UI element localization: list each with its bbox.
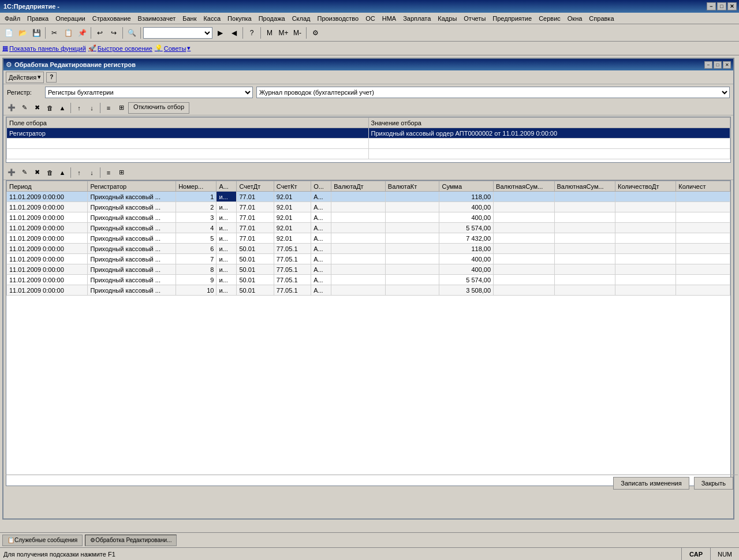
close-button[interactable]: ✕ (727, 2, 737, 10)
filter-edit-button[interactable]: ✎ (18, 102, 30, 114)
menu-insurance[interactable]: Страхование (89, 14, 135, 23)
minimize-button[interactable]: − (707, 2, 716, 10)
filter-delete-button[interactable]: ✖ (31, 102, 43, 114)
table-row[interactable]: 11.01.2009 0:00:00Приходный кассовый ...… (7, 212, 730, 223)
cell-valkt (385, 223, 439, 233)
menu-production[interactable]: Производство (313, 14, 362, 23)
menu-salary[interactable]: Зарплата (400, 14, 434, 23)
menu-bank[interactable]: Банк (179, 14, 200, 23)
filter-view-button[interactable]: ⊞ (115, 102, 127, 114)
task-item-processing[interactable]: ⚙ Обработка Редактировани... (85, 535, 177, 546)
register-combo[interactable]: Регистры бухгалтерии (45, 87, 253, 98)
actions-dropdown[interactable]: Действия ▾ (6, 72, 44, 83)
cell-a: и... (217, 264, 237, 275)
child-title-buttons: − □ ✕ (704, 61, 731, 69)
data-up-button[interactable]: ▲ (57, 167, 68, 178)
table-row[interactable]: 11.01.2009 0:00:00Приходный кассовый ...… (7, 233, 730, 244)
table-row[interactable]: 11.01.2009 0:00:00Приходный кассовый ...… (7, 244, 730, 254)
data-add-button[interactable]: ➕ (6, 167, 17, 178)
show-panel-link[interactable]: ▦ Показать панель функций (2, 44, 86, 52)
menu-operations[interactable]: Операции (52, 14, 88, 23)
data-view-button[interactable]: ⊞ (115, 167, 127, 178)
child-window-title: Обработка Редактирование регистров (14, 61, 136, 68)
prev-button[interactable]: ◀ (227, 27, 240, 39)
menu-os[interactable]: ОС (362, 14, 379, 23)
cell-o: А... (311, 264, 331, 275)
table-row[interactable]: 11.01.2009 0:00:00Приходный кассовый ...… (7, 264, 730, 275)
table-row[interactable]: 11.01.2009 0:00:00Приходный кассовый ...… (7, 275, 730, 285)
cell-period: 11.01.2009 0:00:00 (7, 275, 88, 285)
maximize-button[interactable]: □ (717, 2, 726, 10)
cell-o: А... (311, 202, 331, 212)
menu-cashdesk[interactable]: Касса (200, 14, 224, 23)
help-toolbar-button[interactable]: ? (245, 27, 258, 39)
child-minimize-button[interactable]: − (704, 61, 712, 69)
table-row[interactable]: 11.01.2009 0:00:00Приходный кассовый ...… (7, 202, 730, 212)
table-row[interactable]: 11.01.2009 0:00:00Приходный кассовый ...… (7, 254, 730, 264)
cut-button[interactable]: ✂ (48, 27, 61, 39)
menu-nma[interactable]: НМА (379, 14, 400, 23)
tips-link[interactable]: 💡 Советы ▾ (155, 44, 191, 52)
bookmark3-button[interactable]: M- (291, 27, 304, 39)
child-maximize-button[interactable]: □ (714, 61, 722, 69)
filter-group-button[interactable]: ≡ (103, 102, 114, 114)
filter-add-button[interactable]: ➕ (6, 102, 17, 114)
cell-vs2 (554, 223, 615, 233)
redo-button[interactable]: ↪ (107, 27, 120, 39)
close-window-button[interactable]: Закрыть (694, 477, 733, 490)
save-toolbar-button[interactable]: 💾 (30, 27, 43, 39)
menu-hr[interactable]: Кадры (434, 14, 460, 23)
toolbar-combo[interactable] (143, 27, 212, 39)
settings-button[interactable]: ⚙ (309, 27, 322, 39)
search-button[interactable]: 🔍 (125, 27, 138, 39)
menu-service[interactable]: Сервис (535, 14, 564, 23)
go-button[interactable]: ▶ (214, 27, 226, 39)
filter-up-button[interactable]: ▲ (57, 102, 68, 114)
filter-move-up-button[interactable]: ↑ (73, 102, 85, 114)
cell-a: и... (217, 212, 237, 223)
menu-sales[interactable]: Продажа (255, 14, 289, 23)
menu-reports[interactable]: Отчеты (460, 14, 489, 23)
table-row[interactable]: 11.01.2009 0:00:00Приходный кассовый ...… (7, 192, 730, 202)
bookmark2-button[interactable]: M+ (277, 27, 290, 39)
panel-bar: ▦ Показать панель функций 🚀 Быстрое осво… (0, 42, 739, 55)
table-row[interactable]: 11.01.2009 0:00:00Приходный кассовый ...… (7, 285, 730, 296)
menu-help[interactable]: Справка (585, 14, 617, 23)
data-group-button[interactable]: ≡ (103, 167, 114, 178)
table-row[interactable]: 11.01.2009 0:00:00Приходный кассовый ...… (7, 223, 730, 233)
menu-edit[interactable]: Правка (24, 14, 52, 23)
register-combo2[interactable]: Журнал проводок (бухгалтерский учет) (256, 87, 730, 98)
menu-file[interactable]: Файл (1, 14, 24, 23)
cell-vs1 (494, 254, 554, 264)
child-close-button[interactable]: ✕ (723, 61, 731, 69)
copy-button[interactable]: 📋 (62, 27, 74, 39)
cell-registrator: Приходный кассовый ... (88, 192, 176, 202)
disable-filter-button[interactable]: Отключить отбор (128, 102, 189, 114)
menu-mutual[interactable]: Взаимозачет (135, 14, 180, 23)
menu-purchase[interactable]: Покупка (224, 14, 255, 23)
bookmark-button[interactable]: M (263, 27, 276, 39)
data-table-container[interactable]: Период Регистратор Номер... А... СчетДт … (6, 180, 731, 486)
data-clear-button[interactable]: 🗑 (44, 167, 55, 178)
cell-vs1 (494, 202, 554, 212)
filter-clear-button[interactable]: 🗑 (44, 102, 55, 114)
cell-summa: 5 574,00 (439, 275, 494, 285)
menu-windows[interactable]: Окна (564, 14, 586, 23)
cell-schetkt: 77.05.1 (274, 244, 311, 254)
undo-button[interactable]: ↩ (94, 27, 106, 39)
paste-button[interactable]: 📌 (76, 27, 88, 39)
filter-row[interactable]: Регистратор Приходный кассовый ордер АПТ… (7, 128, 730, 139)
menu-warehouse[interactable]: Склад (289, 14, 314, 23)
new-button[interactable]: 📄 (2, 27, 15, 39)
data-move-down-button[interactable]: ↓ (86, 167, 98, 178)
quick-access-link[interactable]: 🚀 Быстрое освоение (88, 44, 152, 52)
menu-enterprise[interactable]: Предприятие (489, 14, 535, 23)
help-button[interactable]: ? (46, 72, 57, 83)
data-move-up-button[interactable]: ↑ (73, 167, 85, 178)
data-edit-button[interactable]: ✎ (18, 167, 30, 178)
filter-move-down-button[interactable]: ↓ (86, 102, 98, 114)
open-button[interactable]: 📂 (16, 27, 29, 39)
task-item-messages[interactable]: 📋 Служебные сообщения (2, 535, 83, 546)
save-changes-button[interactable]: Записать изменения (613, 477, 689, 490)
data-delete-button[interactable]: ✖ (31, 167, 43, 178)
